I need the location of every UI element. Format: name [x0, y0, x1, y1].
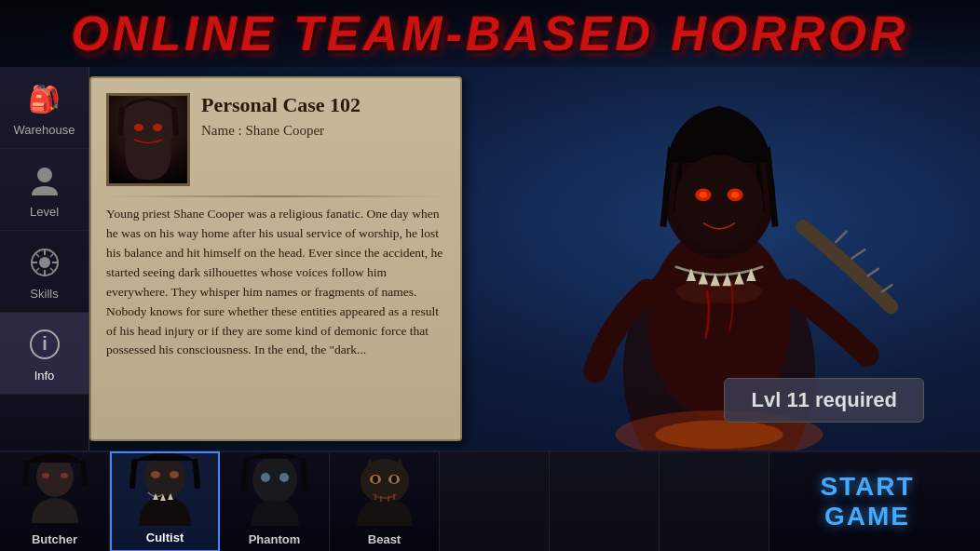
svg-line-8 — [50, 268, 54, 272]
svg-point-0 — [37, 168, 52, 182]
sidebar-label-level: Level — [30, 205, 59, 219]
svg-line-30 — [881, 284, 892, 292]
skills-icon — [24, 242, 65, 283]
empty-slot-1[interactable] — [440, 451, 550, 551]
character-thumb-beast[interactable]: Beast — [330, 451, 440, 551]
case-title: Personal Case 102 — [201, 93, 445, 117]
character-thumb-phantom[interactable]: Phantom — [220, 451, 330, 551]
phantom-label: Phantom — [249, 532, 301, 546]
sidebar-label-info: Info — [34, 369, 55, 383]
svg-point-16 — [675, 155, 763, 250]
bottom-bar: Butcher Cultist — [0, 450, 980, 551]
svg-line-9 — [50, 253, 54, 257]
svg-line-28 — [851, 249, 865, 259]
portrait-svg — [111, 98, 185, 181]
svg-text:i: i — [42, 333, 48, 354]
beast-art — [330, 451, 439, 530]
sidebar-item-warehouse[interactable]: 🎒 Warehouse — [0, 67, 88, 149]
cultist-label: Cultist — [146, 531, 184, 544]
case-body: Young priest Shane Cooper was a religiou… — [106, 205, 445, 360]
svg-point-20 — [731, 192, 740, 198]
svg-point-34 — [134, 124, 143, 131]
title-bar: ONLINE TEAM-BASED HORROR — [0, 0, 980, 67]
svg-line-7 — [35, 253, 39, 257]
character-thumb-cultist[interactable]: Cultist — [110, 451, 220, 551]
sidebar-label-warehouse: Warehouse — [14, 123, 75, 137]
svg-point-39 — [42, 473, 49, 478]
svg-point-50 — [261, 473, 270, 482]
svg-point-58 — [391, 476, 397, 483]
sidebar: 🎒 Warehouse Level S — [0, 67, 89, 450]
svg-point-45 — [170, 471, 179, 478]
level-required-badge: Lvl 11 required — [724, 378, 924, 423]
svg-line-10 — [35, 268, 39, 272]
svg-line-27 — [835, 231, 847, 243]
portrait-inner — [109, 96, 187, 183]
case-header: Personal Case 102 Name : Shane Cooper — [106, 93, 445, 186]
case-title-block: Personal Case 102 Name : Shane Cooper — [201, 93, 445, 139]
character-portrait — [106, 93, 190, 186]
svg-line-29 — [867, 268, 879, 276]
svg-line-41 — [25, 461, 27, 486]
svg-point-51 — [279, 473, 289, 482]
butcher-art — [0, 451, 109, 530]
svg-point-19 — [700, 192, 708, 198]
svg-point-32 — [655, 420, 783, 449]
sidebar-item-level[interactable]: Level — [0, 149, 88, 231]
main-content: Lvl 11 required — [89, 67, 980, 450]
svg-line-37 — [174, 107, 176, 135]
warehouse-icon: 🎒 — [24, 78, 65, 119]
butcher-label: Butcher — [32, 532, 77, 546]
case-name: Name : Shane Cooper — [201, 123, 445, 139]
level-icon — [24, 160, 65, 201]
svg-line-36 — [120, 107, 122, 135]
svg-point-44 — [151, 471, 160, 478]
sidebar-label-skills: Skills — [30, 287, 58, 301]
sidebar-item-info[interactable]: i Info — [0, 313, 88, 395]
svg-line-42 — [83, 461, 85, 486]
empty-slot-3[interactable] — [660, 451, 769, 551]
start-game-button[interactable]: START GAME — [769, 461, 965, 543]
svg-point-57 — [373, 476, 378, 483]
sidebar-item-skills[interactable]: Skills — [0, 231, 88, 313]
svg-point-35 — [153, 124, 162, 131]
case-divider — [106, 195, 445, 197]
case-panel: Personal Case 102 Name : Shane Cooper Yo… — [89, 76, 462, 441]
info-icon: i — [24, 324, 65, 365]
main-title: ONLINE TEAM-BASED HORROR — [71, 6, 908, 61]
empty-slot-2[interactable] — [550, 451, 660, 551]
cultist-art — [112, 453, 218, 528]
svg-point-43 — [144, 454, 185, 499]
svg-point-40 — [61, 473, 68, 478]
beast-label: Beast — [368, 532, 401, 546]
svg-point-2 — [39, 257, 50, 268]
character-thumb-butcher[interactable]: Butcher — [0, 451, 110, 551]
phantom-art — [220, 451, 329, 530]
character-area: Lvl 11 required — [458, 67, 980, 450]
svg-point-49 — [252, 455, 297, 504]
